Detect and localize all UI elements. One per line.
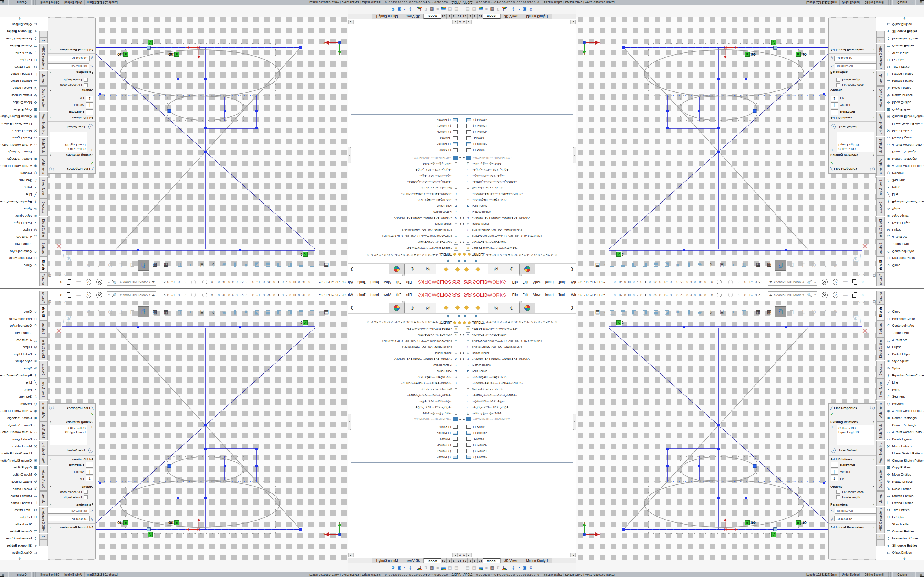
vcr-button[interactable]: ▶▮ (441, 13, 446, 19)
command-tab[interactable]: Markup (39, 491, 48, 506)
horizontal-scrollbar[interactable]: ▶ ◀ ▶ (349, 553, 462, 557)
view-tool-icon[interactable]: ■ (241, 307, 252, 317)
view-tool-icon[interactable]: ⬓ (650, 307, 661, 317)
tree-row[interactable]: ▶ Design Binder (351, 221, 462, 227)
flyout-item[interactable]: ⇲ Scale Entities (0, 85, 39, 92)
view-tool-icon[interactable]: ▥ (174, 307, 186, 317)
bottom-toolbar-icon[interactable]: ∟ (417, 565, 422, 570)
flyout-item[interactable]: ⋈ Mirror Entities (0, 443, 39, 450)
spinner[interactable]: ▴▾ (48, 509, 49, 513)
view-tool-icon[interactable]: ⌸ (197, 260, 208, 270)
bottom-toolbar-icon[interactable]: ⇵ (496, 8, 500, 12)
tab-configurationmanager[interactable]: ⊕ (404, 264, 420, 274)
graphics-area[interactable]: ▤▾◫⬒◧◨⬓◪■▮▰↧⌸◑▥▾▦▨⎗⊡⊥∅╱✎ ⎗ ✕ ✎ 3 ≡ 109 ≡… (575, 301, 876, 560)
child-close-icon[interactable]: × (44, 274, 46, 277)
flyout-item[interactable]: ◡ 3 Point Arc (885, 336, 924, 343)
cancel-sketch-icon[interactable]: ✕ (862, 326, 869, 336)
ring-icon[interactable] (717, 280, 722, 284)
collapse-icon[interactable]: ∧ (872, 421, 874, 424)
checkbox[interactable] (836, 490, 840, 494)
view-tool-icon[interactable]: ⊡ (127, 260, 138, 270)
graphics-area[interactable]: ▤▾◫⬒◧◨⬓◪■▮▰↧⌸◑▥▾▦▨⎗⊡⊥∅╱✎ ⎗ ✕ ✎ 3 ≡ 109 ≡… (48, 301, 349, 560)
view-tool-icon[interactable]: ▾ (750, 260, 753, 270)
vcr-button[interactable]: ▶ (446, 558, 452, 564)
view-tool-icon[interactable]: ⌸ (716, 260, 727, 270)
command-tab[interactable]: Sheet Metal (876, 379, 885, 400)
length-input[interactable] (49, 65, 89, 68)
expand-arrow-icon[interactable]: ▶ (462, 418, 466, 421)
flyout-item[interactable]: ≈ Style Spline (0, 213, 39, 219)
flyout-item[interactable]: ⋈ Mirror Entities (0, 127, 39, 134)
relation-badge-equal[interactable]: ≡ 109 (745, 52, 756, 56)
bottom-toolbar-icon[interactable]: ≡ (436, 8, 439, 12)
flyout-item[interactable]: ◇ Polygon (885, 170, 924, 177)
help-icon[interactable]: ? (833, 279, 838, 285)
bottom-toolbar-icon[interactable]: ▣ (523, 8, 527, 12)
cancel-sketch-icon[interactable]: ✕ (55, 326, 62, 336)
flyout-item[interactable]: ◞ Sketch Fillet (0, 49, 39, 56)
bottom-toolbar-icon[interactable]: ∟ (502, 7, 507, 12)
flyout-item[interactable]: ◠ Centerpoint Arc (885, 322, 924, 329)
tree-row[interactable]: ○2ƧИN◎◦✚AU¤3Ɛ○◦○Ɛ3¤UA✚◦◎NИƧ2○ (462, 380, 573, 386)
view-tool-icon[interactable]: ▮ (683, 307, 695, 317)
next-pane-arrow[interactable]: ❯ (350, 305, 354, 310)
sketch-ellipse-large[interactable] (645, 480, 804, 527)
command-tab[interactable]: Sheet Metal (876, 177, 885, 198)
command-tab[interactable]: Mold Tools (876, 421, 885, 440)
flyout-item[interactable]: ∪ Fit Spline (0, 514, 39, 521)
tab-displaymanager[interactable] (389, 264, 404, 274)
view-tool-icon[interactable]: ◫ (606, 307, 617, 317)
view-tool-icon[interactable]: ■ (672, 307, 683, 317)
panel-help-icon[interactable]: ? (870, 167, 875, 171)
view-tool-icon[interactable]: ▤ (321, 307, 332, 317)
menu-item[interactable]: View (533, 280, 540, 284)
selected-endpoint-handle[interactable] (774, 46, 777, 50)
tree-row[interactable]: ▶ ○2Ƨ3ƎИNAU∙○◦○∙UANИƎƐƧ2○ (462, 155, 573, 161)
scroll-track[interactable] (471, 553, 570, 557)
bottom-toolbar-icon[interactable]: ∟ (417, 7, 422, 12)
command-tab[interactable]: Data Migration (39, 86, 48, 111)
flyout-item[interactable]: ○ Circle (0, 308, 39, 315)
search-icon[interactable]: 🔍 (112, 293, 116, 297)
tree-row[interactable]: ▶ Design Binder (462, 221, 573, 227)
flyout-item[interactable]: ▢ Convert Entities (885, 42, 924, 50)
flyout-item[interactable]: ⠿ Linear Sketch Pattern (885, 120, 924, 127)
view-tool-icon[interactable]: ⎗ (138, 259, 149, 271)
view-tool-icon[interactable]: ◨ (640, 307, 650, 317)
cancel-sketch-icon[interactable]: ✕ (55, 241, 62, 251)
section-parameters[interactable]: Parameters ∧ (48, 70, 95, 75)
search-input[interactable] (774, 280, 806, 284)
command-tab[interactable]: Evaluate (876, 361, 885, 379)
sketch-row[interactable]: (-) Sketch2 (351, 141, 462, 147)
command-tab[interactable]: MBD Dimensions (39, 44, 48, 70)
spinner[interactable]: ▴▾ (874, 517, 876, 521)
flyout-item[interactable]: ◖ Partial Ellipse (0, 219, 39, 226)
sketch-diagonal[interactable] (116, 327, 300, 529)
flyout-item[interactable]: ◈ 3 Point Center Recta... (0, 163, 39, 170)
scroll-right-icon[interactable]: ▶ (349, 20, 353, 24)
feature-tree-root[interactable]: ◆ ◆ TЯPDL2. ⊙ƎЄ⊙Ш⊙○⊙✚⊙ƆС⊙ƎЄ⊙∙⊙2Ƨ⊙ʂ⊙ƎЄ⊙∙⊙ (349, 251, 462, 258)
ring-icon[interactable] (202, 293, 207, 297)
flyout-item[interactable]: ╱ Line (885, 379, 924, 386)
view-tool-icon[interactable]: ▾ (171, 307, 174, 317)
ok-button[interactable]: ✔ (48, 160, 95, 166)
close-button[interactable]: × (861, 292, 864, 298)
bottom-toolbar-icon[interactable]: ∟ (502, 565, 507, 570)
document-tab[interactable]: 3D Views (402, 13, 423, 19)
checkbox[interactable] (84, 490, 88, 494)
sketch-row[interactable]: (-) Sketch2 (462, 141, 573, 147)
flyout-item[interactable]: ∪ Fit Spline (885, 56, 924, 63)
bottom-toolbar-icon[interactable]: ▤ (472, 566, 476, 570)
flyout-item[interactable]: ○ Circle (885, 262, 924, 269)
flyout-item[interactable]: ⇲ Scale Entities (885, 85, 924, 92)
vcr-button[interactable]: ▮◀ (457, 558, 462, 564)
scroll-right-icon[interactable]: ▶ (457, 553, 462, 557)
relation-item[interactable]: Collinear108 (52, 147, 86, 151)
tab-configurationmanager[interactable]: ⊕ (404, 303, 420, 313)
filter-funnel-icon[interactable]: ▼ (457, 259, 461, 263)
view-tool-icon[interactable]: ⊥ (797, 307, 808, 317)
view-tool-icon[interactable]: ▨ (149, 307, 160, 317)
view-tool-icon[interactable]: ╱ (819, 260, 830, 270)
view-tool-icon[interactable]: ▨ (764, 307, 775, 317)
view-tool-icon[interactable]: ▦ (753, 307, 764, 317)
